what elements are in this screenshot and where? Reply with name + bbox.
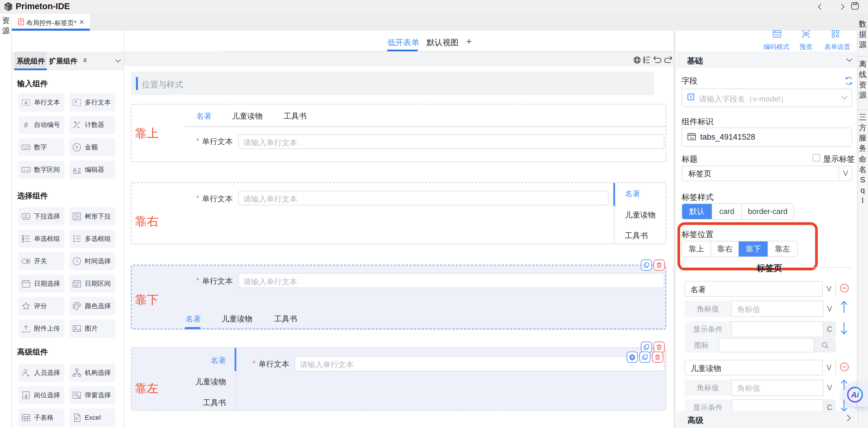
svg-text:T: T — [689, 95, 692, 99]
svg-text:Tab: Tab — [689, 137, 694, 140]
svg-text:A: A — [24, 100, 28, 106]
svg-text:1~3: 1~3 — [23, 168, 29, 172]
svg-text:8: 8 — [25, 395, 27, 398]
svg-text:#: # — [24, 121, 28, 129]
svg-text:A: A — [73, 167, 77, 173]
svg-text:Ai: Ai — [851, 391, 859, 399]
svg-text:¥: ¥ — [75, 145, 78, 150]
svg-text:123: 123 — [23, 145, 29, 150]
svg-text:A: A — [74, 99, 78, 104]
